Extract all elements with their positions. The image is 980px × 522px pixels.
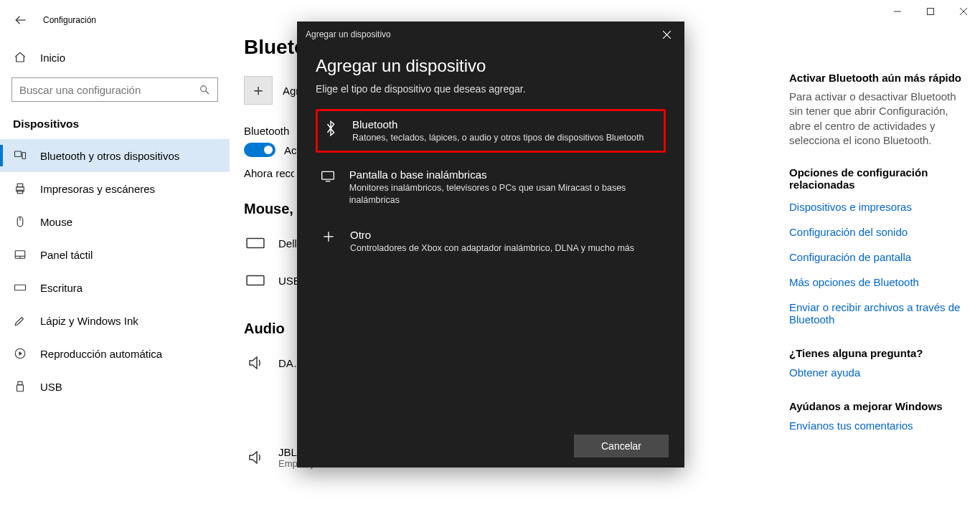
- dialog-option-wireless-display[interactable]: Pantalla o base inalámbricas Monitores i…: [316, 161, 666, 213]
- right-panel: Activar Bluetooth aún más rápido Para ac…: [789, 72, 969, 445]
- keyboard-icon: [244, 273, 267, 288]
- devices-icon: [13, 149, 27, 162]
- bluetooth-label: Bluetooth: [244, 125, 294, 137]
- link-get-help[interactable]: Obtener ayuda: [789, 366, 969, 379]
- sidebar-item-label: USB: [40, 381, 62, 393]
- bluetooth-icon: [322, 118, 339, 137]
- sidebar-item-label: Reproducción automática: [40, 348, 162, 360]
- dialog-option-bluetooth[interactable]: Bluetooth Ratones, teclados, lápices, o …: [316, 109, 666, 153]
- search-input[interactable]: [19, 84, 199, 96]
- svg-marker-23: [19, 351, 23, 356]
- sidebar-home-label: Inicio: [40, 52, 65, 64]
- dialog-subtitle: Elige el tipo de dispositivo que deseas …: [316, 83, 666, 95]
- settings-sidebar: Configuración Inicio Dispositivos Blueto…: [0, 0, 230, 522]
- pen-icon: [13, 314, 27, 327]
- svg-rect-27: [247, 276, 264, 285]
- sidebar-item-usb[interactable]: USB: [0, 370, 230, 403]
- speaker-icon: [244, 354, 267, 371]
- option-name: Pantalla o base inalámbricas: [349, 169, 661, 181]
- right-paragraph: Para activar o desactivar Bluetooth sin …: [789, 90, 969, 148]
- sidebar-item-label: Escritura: [40, 282, 83, 294]
- svg-rect-25: [17, 385, 24, 392]
- sidebar-item-label: Panel táctil: [40, 249, 93, 261]
- svg-rect-10: [17, 184, 23, 187]
- link-sound-settings[interactable]: Configuración del sonido: [789, 226, 969, 238]
- right-heading-feedback: Ayúdanos a mejorar Windows: [789, 400, 969, 412]
- printer-icon: [13, 182, 27, 195]
- bluetooth-toggle-state: Activado: [284, 144, 298, 156]
- svg-rect-33: [322, 172, 334, 180]
- home-icon: [13, 51, 27, 64]
- sidebar-item-label: Bluetooth y otros dispositivos: [40, 150, 179, 162]
- dialog-titlebar-text: Agregar un dispositivo: [306, 29, 391, 39]
- sidebar-item-autoplay[interactable]: Reproducción automática: [0, 337, 230, 370]
- svg-rect-7: [15, 151, 22, 157]
- link-devices-printers[interactable]: Dispositivos e impresoras: [789, 201, 969, 213]
- dialog-cancel-button[interactable]: Cancelar: [574, 435, 669, 457]
- sidebar-home[interactable]: Inicio: [0, 43, 230, 72]
- mouse-icon: [13, 215, 27, 228]
- keyboard-icon: [244, 236, 267, 250]
- svg-rect-1: [928, 9, 934, 15]
- speaker-icon: [244, 449, 267, 466]
- back-button[interactable]: [13, 12, 29, 28]
- usb-icon: [13, 380, 27, 393]
- dialog-option-other[interactable]: Otro Controladores de Xbox con adaptador…: [316, 222, 666, 261]
- window-minimize-button[interactable]: [881, 0, 914, 23]
- keyboard-icon: [13, 281, 27, 294]
- option-description: Monitores inalámbricos, televisores o PC…: [349, 182, 661, 206]
- svg-rect-17: [15, 285, 26, 290]
- right-heading-question: ¿Tienes alguna pregunta?: [789, 347, 969, 359]
- app-title: Configuración: [43, 15, 96, 25]
- dialog-heading: Agregar un dispositivo: [316, 56, 666, 76]
- plus-icon: [320, 229, 337, 243]
- sidebar-item-bluetooth[interactable]: Bluetooth y otros dispositivos: [0, 139, 230, 172]
- settings-search[interactable]: [11, 77, 218, 102]
- discoverable-text: Ahora reconocible como …: [244, 167, 294, 179]
- option-description: Controladores de Xbox con adaptador inal…: [350, 242, 634, 254]
- sidebar-item-label: Impresoras y escáneres: [40, 183, 155, 195]
- dialog-titlebar: Agregar un dispositivo: [297, 22, 684, 47]
- add-device-dialog: Agregar un dispositivo Agregar un dispos…: [297, 22, 684, 468]
- svg-rect-11: [17, 190, 23, 194]
- touchpad-icon: [13, 248, 27, 261]
- link-send-feedback[interactable]: Envíanos tus comentarios: [789, 419, 969, 432]
- bluetooth-toggle[interactable]: [244, 143, 275, 157]
- svg-rect-8: [22, 153, 26, 159]
- right-heading: Activar Bluetooth aún más rápido: [789, 72, 969, 84]
- link-send-receive-bluetooth[interactable]: Enviar o recibir archivos a través de Bl…: [789, 301, 969, 326]
- sidebar-item-touchpad[interactable]: Panel táctil: [0, 238, 230, 271]
- svg-line-6: [206, 91, 209, 94]
- svg-rect-26: [247, 239, 264, 248]
- window-maximize-button[interactable]: [914, 0, 947, 23]
- sidebar-item-pen[interactable]: Lápiz y Windows Ink: [0, 304, 230, 337]
- option-description: Ratones, teclados, lápices, o audio y ot…: [352, 132, 644, 143]
- link-display-settings[interactable]: Configuración de pantalla: [789, 251, 969, 263]
- option-name: Bluetooth: [352, 118, 644, 130]
- search-icon: [199, 84, 210, 95]
- svg-rect-24: [18, 381, 22, 385]
- sidebar-item-printers[interactable]: Impresoras y escáneres: [0, 172, 230, 205]
- dialog-close-button[interactable]: [656, 24, 677, 44]
- sidebar-item-label: Mouse: [40, 216, 72, 228]
- svg-point-5: [201, 86, 207, 92]
- right-heading-related: Opciones de configuración relacionadas: [789, 166, 969, 191]
- window-close-button[interactable]: [947, 0, 980, 23]
- sidebar-item-label: Lápiz y Windows Ink: [40, 315, 138, 327]
- group-mouse-heading: Mouse, teclado y lápiz: [244, 201, 301, 217]
- display-icon: [320, 169, 336, 183]
- sidebar-section-title: Dispositivos: [13, 118, 230, 130]
- option-name: Otro: [350, 229, 634, 241]
- link-more-bluetooth[interactable]: Más opciones de Bluetooth: [789, 276, 969, 288]
- autoplay-icon: [13, 347, 27, 360]
- add-device-plus-icon: ＋: [244, 76, 273, 105]
- sidebar-item-typing[interactable]: Escritura: [0, 271, 230, 304]
- sidebar-item-mouse[interactable]: Mouse: [0, 205, 230, 238]
- window-chrome: [881, 0, 980, 23]
